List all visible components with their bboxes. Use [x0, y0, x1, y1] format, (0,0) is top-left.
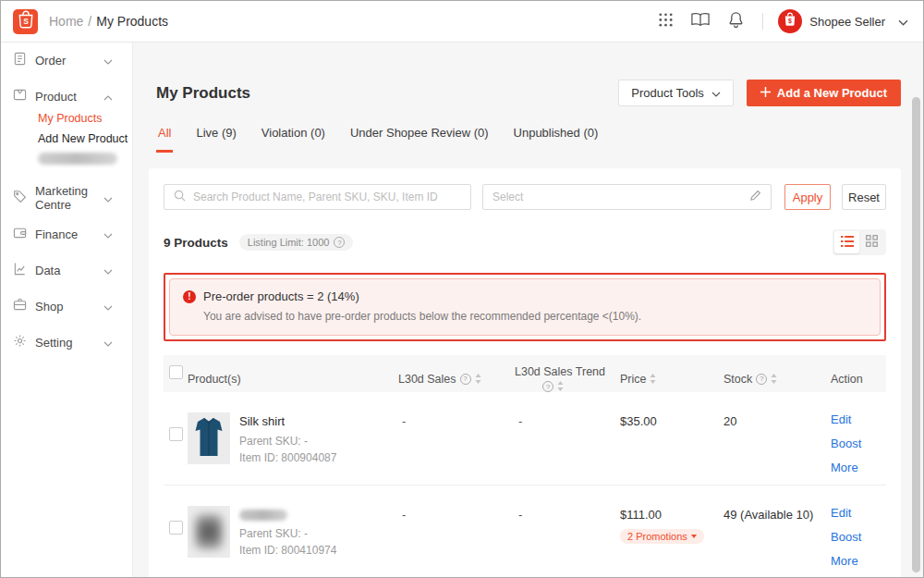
search-input[interactable] — [193, 191, 461, 203]
caret-down-icon — [691, 535, 697, 538]
parent-sku: Parent SKU: - — [239, 435, 336, 448]
line-chart-icon — [13, 262, 35, 279]
alert-message: You are advised to have pre-order produc… — [203, 310, 867, 323]
listing-limit-badge: Listing Limit: 1000 ? — [239, 234, 354, 251]
header-stock: Stock — [723, 373, 752, 386]
grid-view-button[interactable] — [859, 231, 884, 253]
price-value: $35.00 — [620, 412, 723, 485]
notifications-button[interactable] — [718, 7, 753, 35]
sidebar-subitem-my-products[interactable]: My Products — [1, 108, 132, 128]
apps-grid-icon — [658, 12, 674, 31]
item-id: Item ID: 800904087 — [239, 451, 336, 464]
table-row: Silk shirt Parent SKU: - Item ID: 800904… — [164, 392, 886, 486]
boost-link[interactable]: Boost — [831, 530, 886, 544]
chevron-down-icon — [711, 86, 721, 100]
sidebar-item-setting[interactable]: Setting — [1, 331, 132, 353]
pencil-icon[interactable] — [749, 189, 761, 205]
tab-violation[interactable]: Violation (0) — [260, 126, 327, 153]
sidebar-label-setting: Setting — [35, 336, 103, 350]
chevron-down-icon — [103, 52, 121, 68]
chevron-up-icon — [103, 88, 121, 105]
header-products: Product(s) — [188, 373, 241, 386]
sidebar-label-data: Data — [35, 264, 103, 277]
chevron-down-icon — [103, 262, 121, 278]
products-table: Product(s) L30d Sales ? L30d Sales Trend… — [164, 355, 886, 577]
sidebar-item-product[interactable]: Product — [1, 85, 132, 107]
select-all-checkbox[interactable] — [169, 365, 183, 379]
sidebar-label-order: Order — [35, 54, 103, 68]
l30d-sales-value: - — [398, 506, 515, 577]
list-view-button[interactable] — [834, 231, 859, 253]
sidebar-item-finance[interactable]: Finance — [1, 223, 132, 245]
tab-unpublished[interactable]: Unpublished (0) — [512, 126, 601, 153]
product-name[interactable]: Silk shirt — [239, 414, 336, 428]
grid-view-icon — [866, 234, 878, 251]
more-link[interactable]: More — [831, 554, 886, 568]
product-tools-button[interactable]: Product Tools — [618, 80, 734, 106]
product-image-redacted[interactable] — [188, 506, 230, 558]
apps-grid-button[interactable] — [648, 7, 683, 35]
sidebar-item-shop[interactable]: Shop — [1, 295, 132, 317]
breadcrumb-current: My Products — [96, 14, 168, 29]
row-checkbox[interactable] — [169, 521, 183, 535]
sort-icon[interactable] — [475, 374, 481, 384]
account-avatar[interactable]: $ — [778, 9, 802, 33]
learning-hub-button[interactable] — [683, 7, 718, 35]
sidebar-subitem-redacted[interactable] — [38, 153, 117, 165]
help-icon[interactable]: ? — [460, 374, 471, 385]
sidebar-item-marketing-centre[interactable]: Marketing Centre — [1, 187, 132, 209]
tab-live[interactable]: Live (9) — [194, 126, 237, 153]
list-view-icon — [841, 234, 854, 251]
chevron-down-icon — [103, 334, 121, 350]
help-icon[interactable]: ? — [756, 374, 767, 385]
storefront-icon — [13, 298, 35, 315]
sidebar: Order Product My Products Add New Produc… — [1, 43, 133, 577]
sidebar-label-shop: Shop — [35, 300, 103, 314]
category-select[interactable] — [482, 184, 772, 210]
sort-icon[interactable] — [557, 381, 564, 392]
promotions-badge[interactable]: 2 Promotions — [620, 529, 704, 544]
gear-icon — [13, 334, 35, 351]
boost-link[interactable]: Boost — [831, 437, 886, 450]
bell-icon — [728, 11, 744, 31]
apply-button[interactable]: Apply — [784, 184, 831, 210]
breadcrumb-home[interactable]: Home — [49, 14, 83, 29]
account-chevron-down-icon[interactable] — [898, 13, 908, 30]
help-icon[interactable]: ? — [542, 381, 553, 392]
add-new-product-label: Add a New Product — [777, 86, 887, 100]
item-id: Item ID: 800410974 — [239, 544, 336, 557]
header-l30d-sales: L30d Sales — [398, 373, 456, 386]
sort-icon[interactable] — [650, 374, 656, 384]
shopee-logo[interactable]: S — [13, 9, 38, 34]
row-checkbox[interactable] — [169, 427, 183, 441]
account-name[interactable]: Shopee Seller — [809, 15, 885, 29]
plus-icon — [760, 86, 771, 100]
more-link[interactable]: More — [831, 461, 886, 474]
edit-link[interactable]: Edit — [831, 506, 886, 520]
chevron-down-icon — [103, 298, 121, 314]
help-icon[interactable]: ? — [334, 237, 345, 248]
search-box — [164, 184, 471, 210]
tag-icon — [13, 190, 35, 207]
product-image-silk-shirt[interactable] — [188, 412, 230, 464]
sidebar-item-order[interactable]: Order — [1, 49, 132, 71]
tab-under-shopee-review[interactable]: Under Shopee Review (0) — [348, 126, 491, 153]
tab-all[interactable]: All — [156, 126, 173, 153]
products-card: Apply Reset 9 Products Listing Limit: 10… — [149, 168, 901, 577]
sidebar-item-data[interactable]: Data — [1, 259, 132, 281]
select-input[interactable] — [492, 191, 749, 203]
sidebar-subitem-add-new-product[interactable]: Add New Product — [1, 129, 132, 148]
add-new-product-button[interactable]: Add a New Product — [747, 80, 901, 106]
sort-icon[interactable] — [771, 374, 777, 384]
stock-value: 49 (Available 10) — [723, 506, 831, 577]
filter-row: Apply Reset — [164, 184, 886, 210]
table-header: Product(s) L30d Sales ? L30d Sales Trend… — [164, 355, 886, 392]
reset-button[interactable]: Reset — [842, 184, 886, 210]
preorder-alert: ! Pre-order products = 2 (14%) You are a… — [169, 278, 881, 336]
page-title: My Products — [156, 84, 250, 103]
avatar-bag-icon: $ — [784, 12, 796, 31]
edit-link[interactable]: Edit — [831, 412, 886, 426]
clipboard-icon — [13, 52, 35, 69]
product-tools-label: Product Tools — [631, 86, 704, 100]
scrollbar-thumb[interactable] — [912, 97, 920, 572]
